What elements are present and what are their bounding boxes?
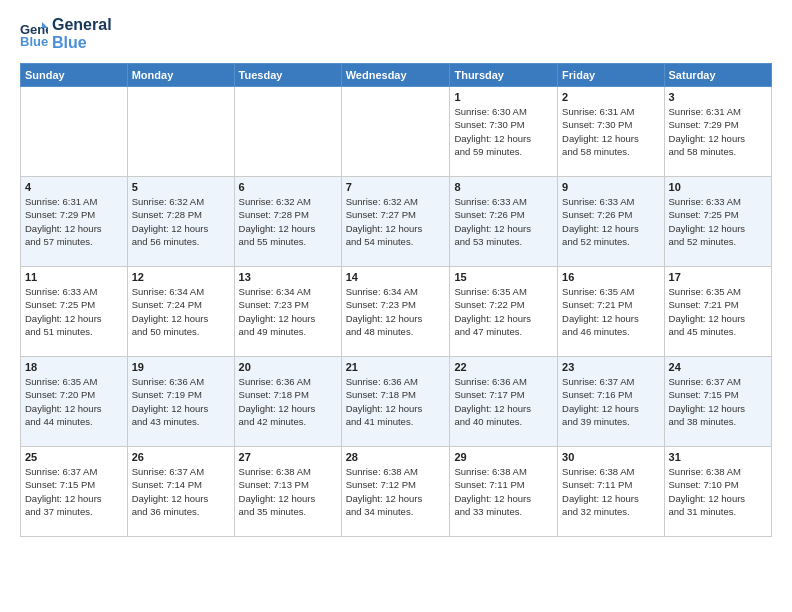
logo-icon: General Blue	[20, 20, 48, 48]
logo-general: General	[52, 16, 112, 34]
day-info: Sunrise: 6:31 AMSunset: 7:29 PMDaylight:…	[25, 195, 123, 248]
calendar-cell: 12Sunrise: 6:34 AMSunset: 7:24 PMDayligh…	[127, 267, 234, 357]
calendar-cell: 24Sunrise: 6:37 AMSunset: 7:15 PMDayligh…	[664, 357, 771, 447]
calendar-cell	[127, 87, 234, 177]
day-info: Sunrise: 6:36 AMSunset: 7:18 PMDaylight:…	[346, 375, 446, 428]
weekday-header-monday: Monday	[127, 64, 234, 87]
day-number: 13	[239, 271, 337, 283]
day-info: Sunrise: 6:31 AMSunset: 7:29 PMDaylight:…	[669, 105, 767, 158]
logo-blue: Blue	[52, 34, 112, 52]
day-number: 10	[669, 181, 767, 193]
day-info: Sunrise: 6:37 AMSunset: 7:15 PMDaylight:…	[669, 375, 767, 428]
week-row-3: 11Sunrise: 6:33 AMSunset: 7:25 PMDayligh…	[21, 267, 772, 357]
day-number: 30	[562, 451, 659, 463]
day-info: Sunrise: 6:37 AMSunset: 7:14 PMDaylight:…	[132, 465, 230, 518]
day-number: 20	[239, 361, 337, 373]
calendar-cell: 7Sunrise: 6:32 AMSunset: 7:27 PMDaylight…	[341, 177, 450, 267]
weekday-header-row: SundayMondayTuesdayWednesdayThursdayFrid…	[21, 64, 772, 87]
day-number: 24	[669, 361, 767, 373]
week-row-1: 1Sunrise: 6:30 AMSunset: 7:30 PMDaylight…	[21, 87, 772, 177]
weekday-header-wednesday: Wednesday	[341, 64, 450, 87]
day-number: 23	[562, 361, 659, 373]
calendar-cell	[21, 87, 128, 177]
weekday-header-thursday: Thursday	[450, 64, 558, 87]
day-info: Sunrise: 6:32 AMSunset: 7:28 PMDaylight:…	[239, 195, 337, 248]
calendar-cell: 6Sunrise: 6:32 AMSunset: 7:28 PMDaylight…	[234, 177, 341, 267]
week-row-5: 25Sunrise: 6:37 AMSunset: 7:15 PMDayligh…	[21, 447, 772, 537]
day-info: Sunrise: 6:35 AMSunset: 7:21 PMDaylight:…	[562, 285, 659, 338]
calendar-cell: 22Sunrise: 6:36 AMSunset: 7:17 PMDayligh…	[450, 357, 558, 447]
day-info: Sunrise: 6:33 AMSunset: 7:25 PMDaylight:…	[669, 195, 767, 248]
day-number: 8	[454, 181, 553, 193]
day-number: 3	[669, 91, 767, 103]
day-number: 18	[25, 361, 123, 373]
weekday-header-friday: Friday	[558, 64, 664, 87]
calendar-cell: 10Sunrise: 6:33 AMSunset: 7:25 PMDayligh…	[664, 177, 771, 267]
day-number: 14	[346, 271, 446, 283]
calendar-cell: 15Sunrise: 6:35 AMSunset: 7:22 PMDayligh…	[450, 267, 558, 357]
calendar-cell: 31Sunrise: 6:38 AMSunset: 7:10 PMDayligh…	[664, 447, 771, 537]
calendar-cell: 9Sunrise: 6:33 AMSunset: 7:26 PMDaylight…	[558, 177, 664, 267]
day-info: Sunrise: 6:36 AMSunset: 7:18 PMDaylight:…	[239, 375, 337, 428]
day-number: 28	[346, 451, 446, 463]
day-info: Sunrise: 6:34 AMSunset: 7:24 PMDaylight:…	[132, 285, 230, 338]
calendar-cell: 17Sunrise: 6:35 AMSunset: 7:21 PMDayligh…	[664, 267, 771, 357]
calendar-cell: 23Sunrise: 6:37 AMSunset: 7:16 PMDayligh…	[558, 357, 664, 447]
calendar-cell: 26Sunrise: 6:37 AMSunset: 7:14 PMDayligh…	[127, 447, 234, 537]
day-info: Sunrise: 6:38 AMSunset: 7:12 PMDaylight:…	[346, 465, 446, 518]
day-info: Sunrise: 6:35 AMSunset: 7:22 PMDaylight:…	[454, 285, 553, 338]
calendar-cell: 30Sunrise: 6:38 AMSunset: 7:11 PMDayligh…	[558, 447, 664, 537]
calendar-table: SundayMondayTuesdayWednesdayThursdayFrid…	[20, 63, 772, 537]
weekday-header-saturday: Saturday	[664, 64, 771, 87]
calendar-cell: 20Sunrise: 6:36 AMSunset: 7:18 PMDayligh…	[234, 357, 341, 447]
calendar-cell: 2Sunrise: 6:31 AMSunset: 7:30 PMDaylight…	[558, 87, 664, 177]
calendar-cell: 8Sunrise: 6:33 AMSunset: 7:26 PMDaylight…	[450, 177, 558, 267]
calendar-cell: 3Sunrise: 6:31 AMSunset: 7:29 PMDaylight…	[664, 87, 771, 177]
day-info: Sunrise: 6:38 AMSunset: 7:13 PMDaylight:…	[239, 465, 337, 518]
day-number: 25	[25, 451, 123, 463]
svg-text:Blue: Blue	[20, 34, 48, 48]
day-number: 16	[562, 271, 659, 283]
page-container: General Blue General Blue SundayMondayTu…	[0, 0, 792, 553]
day-number: 26	[132, 451, 230, 463]
day-number: 2	[562, 91, 659, 103]
calendar-cell: 14Sunrise: 6:34 AMSunset: 7:23 PMDayligh…	[341, 267, 450, 357]
day-number: 19	[132, 361, 230, 373]
day-info: Sunrise: 6:37 AMSunset: 7:15 PMDaylight:…	[25, 465, 123, 518]
day-info: Sunrise: 6:36 AMSunset: 7:19 PMDaylight:…	[132, 375, 230, 428]
day-number: 31	[669, 451, 767, 463]
day-number: 4	[25, 181, 123, 193]
day-number: 27	[239, 451, 337, 463]
day-number: 7	[346, 181, 446, 193]
weekday-header-sunday: Sunday	[21, 64, 128, 87]
day-info: Sunrise: 6:38 AMSunset: 7:10 PMDaylight:…	[669, 465, 767, 518]
calendar-cell: 27Sunrise: 6:38 AMSunset: 7:13 PMDayligh…	[234, 447, 341, 537]
day-info: Sunrise: 6:35 AMSunset: 7:21 PMDaylight:…	[669, 285, 767, 338]
day-info: Sunrise: 6:38 AMSunset: 7:11 PMDaylight:…	[562, 465, 659, 518]
day-info: Sunrise: 6:38 AMSunset: 7:11 PMDaylight:…	[454, 465, 553, 518]
calendar-cell: 16Sunrise: 6:35 AMSunset: 7:21 PMDayligh…	[558, 267, 664, 357]
day-info: Sunrise: 6:30 AMSunset: 7:30 PMDaylight:…	[454, 105, 553, 158]
calendar-cell: 4Sunrise: 6:31 AMSunset: 7:29 PMDaylight…	[21, 177, 128, 267]
day-info: Sunrise: 6:33 AMSunset: 7:26 PMDaylight:…	[562, 195, 659, 248]
day-number: 12	[132, 271, 230, 283]
calendar-cell	[234, 87, 341, 177]
day-info: Sunrise: 6:33 AMSunset: 7:25 PMDaylight:…	[25, 285, 123, 338]
day-number: 21	[346, 361, 446, 373]
day-number: 11	[25, 271, 123, 283]
day-info: Sunrise: 6:34 AMSunset: 7:23 PMDaylight:…	[239, 285, 337, 338]
weekday-header-tuesday: Tuesday	[234, 64, 341, 87]
day-number: 17	[669, 271, 767, 283]
day-number: 6	[239, 181, 337, 193]
calendar-cell: 28Sunrise: 6:38 AMSunset: 7:12 PMDayligh…	[341, 447, 450, 537]
day-info: Sunrise: 6:35 AMSunset: 7:20 PMDaylight:…	[25, 375, 123, 428]
day-number: 5	[132, 181, 230, 193]
day-number: 1	[454, 91, 553, 103]
day-number: 29	[454, 451, 553, 463]
day-info: Sunrise: 6:36 AMSunset: 7:17 PMDaylight:…	[454, 375, 553, 428]
week-row-2: 4Sunrise: 6:31 AMSunset: 7:29 PMDaylight…	[21, 177, 772, 267]
calendar-cell: 19Sunrise: 6:36 AMSunset: 7:19 PMDayligh…	[127, 357, 234, 447]
calendar-cell: 18Sunrise: 6:35 AMSunset: 7:20 PMDayligh…	[21, 357, 128, 447]
day-info: Sunrise: 6:31 AMSunset: 7:30 PMDaylight:…	[562, 105, 659, 158]
calendar-cell	[341, 87, 450, 177]
